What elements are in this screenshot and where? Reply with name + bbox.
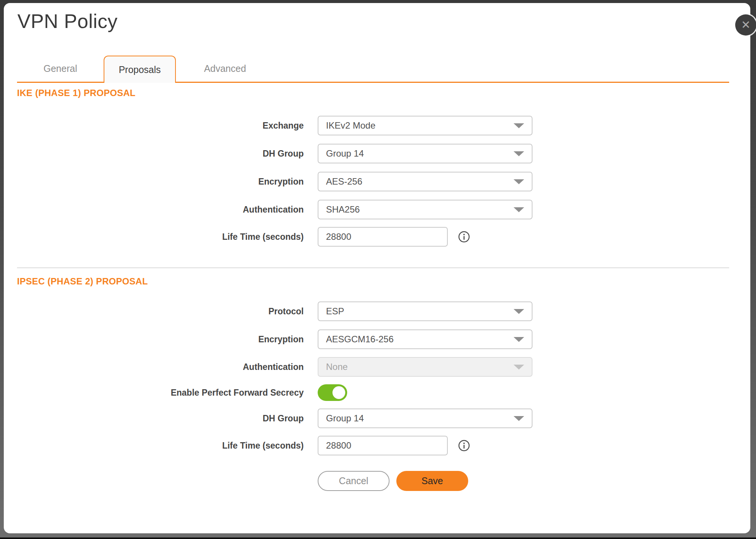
- screen-bottom-edge: [0, 537, 756, 539]
- pfs-toggle-knob: [332, 386, 345, 399]
- ipsec-dh-group-value: Group 14: [326, 413, 364, 424]
- close-icon: ✕: [741, 19, 750, 31]
- chevron-down-icon: [514, 151, 524, 156]
- ipsec-dh-group-row: DH Group Group 14: [4, 409, 729, 428]
- cancel-button[interactable]: Cancel: [318, 471, 390, 491]
- ipsec-encryption-value: AESGCM16-256: [326, 334, 394, 345]
- ipsec-encryption-dropdown[interactable]: AESGCM16-256: [318, 329, 532, 349]
- ike-authentication-value: SHA256: [326, 204, 360, 215]
- exchange-dropdown[interactable]: IKEv2 Mode: [318, 116, 532, 135]
- ike-encryption-label: Encryption: [4, 177, 304, 187]
- ike-dh-group-value: Group 14: [326, 148, 364, 159]
- save-button[interactable]: Save: [396, 471, 468, 491]
- exchange-value: IKEv2 Mode: [326, 120, 376, 131]
- pfs-label: Enable Perfect Forward Secrecy: [4, 388, 304, 398]
- ike-authentication-dropdown[interactable]: SHA256: [318, 200, 532, 219]
- tab-advanced[interactable]: Advanced: [176, 56, 274, 83]
- ike-dh-group-label: DH Group: [4, 149, 304, 159]
- tab-bar: General Proposals Advanced: [17, 56, 729, 83]
- ike-lifetime-row: Life Time (seconds): [4, 227, 729, 247]
- info-icon[interactable]: [458, 231, 470, 243]
- pfs-toggle[interactable]: [318, 384, 347, 401]
- ipsec-encryption-row: Encryption AESGCM16-256: [4, 329, 729, 349]
- ike-lifetime-input[interactable]: [318, 227, 448, 247]
- chevron-down-icon: [514, 179, 524, 184]
- ipsec-lifetime-row: Life Time (seconds): [4, 436, 729, 455]
- ipsec-dh-group-dropdown[interactable]: Group 14: [318, 409, 532, 428]
- chevron-down-icon: [514, 207, 524, 212]
- chevron-down-icon: [514, 416, 524, 421]
- ike-dh-group-row: DH Group Group 14: [4, 144, 729, 163]
- chevron-down-icon: [514, 309, 524, 314]
- ike-authentication-label: Authentication: [4, 205, 304, 215]
- protocol-label: Protocol: [4, 306, 304, 317]
- ike-encryption-row: Encryption AES-256: [4, 172, 729, 191]
- tab-general[interactable]: General: [17, 56, 104, 83]
- ike-lifetime-label: Life Time (seconds): [4, 232, 304, 242]
- dialog-footer: Cancel Save: [318, 471, 468, 491]
- ike-section-heading: IKE (PHASE 1) PROPOSAL: [17, 88, 135, 98]
- section-divider: [17, 267, 729, 268]
- ike-dh-group-dropdown[interactable]: Group 14: [318, 144, 532, 163]
- protocol-value: ESP: [326, 306, 344, 317]
- ike-authentication-row: Authentication SHA256: [4, 200, 729, 219]
- ipsec-dh-group-label: DH Group: [4, 413, 304, 424]
- pfs-row: Enable Perfect Forward Secrecy: [4, 384, 729, 401]
- ike-encryption-value: AES-256: [326, 176, 362, 187]
- vpn-policy-dialog: VPN Policy General Proposals Advanced IK…: [4, 3, 750, 533]
- exchange-label: Exchange: [4, 121, 304, 131]
- ipsec-authentication-dropdown-disabled: None: [318, 357, 532, 377]
- tab-bar-filler: [274, 56, 729, 83]
- ipsec-section-heading: IPSEC (PHASE 2) PROPOSAL: [17, 276, 148, 287]
- ike-encryption-dropdown[interactable]: AES-256: [318, 172, 532, 191]
- ipsec-encryption-label: Encryption: [4, 334, 304, 345]
- ipsec-lifetime-input[interactable]: [318, 436, 448, 455]
- ipsec-authentication-value: None: [326, 362, 348, 372]
- chevron-down-icon: [514, 365, 524, 370]
- chevron-down-icon: [514, 337, 524, 342]
- close-button[interactable]: ✕: [735, 14, 756, 36]
- page-title: VPN Policy: [17, 10, 118, 33]
- ipsec-authentication-row: Authentication None: [4, 357, 729, 377]
- tab-proposals[interactable]: Proposals: [104, 56, 176, 83]
- protocol-row: Protocol ESP: [4, 301, 729, 321]
- ipsec-authentication-label: Authentication: [4, 362, 304, 372]
- protocol-dropdown[interactable]: ESP: [318, 301, 532, 321]
- info-icon[interactable]: [458, 440, 470, 452]
- chevron-down-icon: [514, 123, 524, 128]
- exchange-row: Exchange IKEv2 Mode: [4, 116, 729, 135]
- ipsec-lifetime-label: Life Time (seconds): [4, 441, 304, 451]
